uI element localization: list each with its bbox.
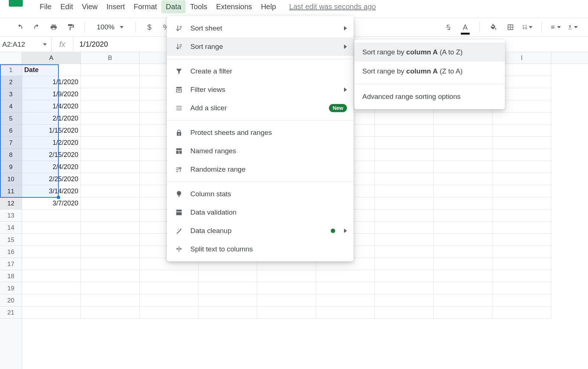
cell-C18[interactable]: [140, 270, 198, 282]
cell-A2[interactable]: 1/1/2020: [22, 76, 81, 88]
data-menu-filter-views[interactable]: Filter views: [167, 80, 354, 99]
cell-H11[interactable]: [434, 185, 492, 197]
cell-A14[interactable]: [22, 222, 81, 234]
cell-G20[interactable]: [375, 294, 434, 307]
cell-B16[interactable]: [81, 246, 140, 258]
cell-I20[interactable]: [492, 294, 551, 307]
cell-G21[interactable]: [375, 307, 434, 319]
cell-I10[interactable]: [492, 173, 551, 185]
cell-A16[interactable]: [22, 246, 81, 258]
cell-C21[interactable]: [140, 307, 198, 319]
fill-color-button[interactable]: [488, 22, 499, 32]
last-edit-link[interactable]: Last edit was seconds ago: [289, 3, 376, 11]
cell-I7[interactable]: [492, 137, 551, 149]
cell-D19[interactable]: [198, 282, 257, 294]
row-header-20[interactable]: 20: [0, 294, 22, 307]
cell-G6[interactable]: [375, 125, 434, 137]
row-header-14[interactable]: 14: [0, 222, 22, 234]
row-header-18[interactable]: 18: [0, 270, 22, 282]
paint-format-button[interactable]: [65, 22, 76, 32]
cell-G19[interactable]: [375, 282, 434, 294]
cell-H14[interactable]: [434, 222, 492, 234]
cell-H15[interactable]: [434, 234, 492, 246]
cell-H8[interactable]: [434, 149, 492, 161]
menu-edit[interactable]: Edit: [56, 0, 77, 13]
data-menu-column-stats[interactable]: Column stats: [167, 185, 354, 203]
merge-cells-button[interactable]: [522, 22, 533, 32]
cell-C19[interactable]: [140, 282, 198, 294]
data-menu-protect-sheets-and-ranges[interactable]: Protect sheets and ranges: [167, 123, 354, 142]
cell-I5[interactable]: [492, 112, 551, 125]
cell-G11[interactable]: [375, 185, 434, 197]
cell-D20[interactable]: [198, 294, 257, 307]
cell-B18[interactable]: [81, 270, 140, 282]
cell-A17[interactable]: [22, 258, 81, 270]
menu-tools[interactable]: Tools: [186, 0, 212, 13]
menu-data[interactable]: Data: [161, 0, 186, 13]
cell-F19[interactable]: [316, 282, 375, 294]
submenu-sort-atoz[interactable]: Sort range by column A (A to Z): [354, 43, 505, 62]
cell-B10[interactable]: [81, 173, 140, 185]
cell-H6[interactable]: [434, 125, 492, 137]
cell-G17[interactable]: [375, 258, 434, 270]
cell-G7[interactable]: [375, 137, 434, 149]
menu-insert[interactable]: Insert: [102, 0, 129, 13]
zoom-select[interactable]: 100%: [94, 23, 126, 31]
cell-A20[interactable]: [22, 294, 81, 307]
data-menu-randomize-range[interactable]: Randomize range: [167, 160, 354, 179]
cell-H7[interactable]: [434, 137, 492, 149]
cell-H13[interactable]: [434, 209, 492, 222]
redo-button[interactable]: [32, 22, 42, 32]
cell-I11[interactable]: [492, 185, 551, 197]
cell-G8[interactable]: [375, 149, 434, 161]
data-menu-sort-sheet[interactable]: Sort sheet: [167, 19, 354, 37]
cell-A1[interactable]: Date: [22, 64, 81, 76]
data-menu-add-a-slicer[interactable]: Add a slicerNew: [167, 99, 354, 117]
cell-G9[interactable]: [375, 161, 434, 173]
strikethrough-button[interactable]: [443, 22, 453, 32]
cell-H19[interactable]: [434, 282, 492, 294]
cell-A21[interactable]: [22, 307, 81, 319]
cell-B3[interactable]: [81, 88, 140, 100]
row-header-12[interactable]: 12: [0, 197, 22, 209]
cell-H18[interactable]: [434, 270, 492, 282]
cell-H5[interactable]: [434, 112, 492, 125]
row-header-2[interactable]: 2: [0, 76, 22, 88]
cell-E20[interactable]: [257, 294, 316, 307]
menu-file[interactable]: File: [35, 0, 56, 13]
row-header-21[interactable]: 21: [0, 307, 22, 319]
cell-I16[interactable]: [492, 246, 551, 258]
cell-A12[interactable]: 3/7/2020: [22, 197, 81, 209]
cell-I6[interactable]: [492, 125, 551, 137]
cell-C20[interactable]: [140, 294, 198, 307]
row-header-4[interactable]: 4: [0, 100, 22, 112]
cell-B6[interactable]: [81, 125, 140, 137]
cell-H9[interactable]: [434, 161, 492, 173]
cell-F21[interactable]: [316, 307, 375, 319]
select-all-corner[interactable]: [0, 52, 22, 64]
cell-I21[interactable]: [492, 307, 551, 319]
cell-B17[interactable]: [81, 258, 140, 270]
cell-G10[interactable]: [375, 173, 434, 185]
cell-B9[interactable]: [81, 161, 140, 173]
cell-B11[interactable]: [81, 185, 140, 197]
cell-H17[interactable]: [434, 258, 492, 270]
cell-G18[interactable]: [375, 270, 434, 282]
cell-I12[interactable]: [492, 197, 551, 209]
row-header-9[interactable]: 9: [0, 161, 22, 173]
cell-A7[interactable]: 1/2/2020: [22, 137, 81, 149]
cell-A11[interactable]: 3/14/2020: [22, 185, 81, 197]
row-header-8[interactable]: 8: [0, 149, 22, 161]
row-header-19[interactable]: 19: [0, 282, 22, 294]
row-header-13[interactable]: 13: [0, 209, 22, 222]
menu-view[interactable]: View: [78, 0, 102, 13]
cell-B8[interactable]: [81, 149, 140, 161]
cell-E18[interactable]: [257, 270, 316, 282]
menu-format[interactable]: Format: [129, 0, 161, 13]
cell-B21[interactable]: [81, 307, 140, 319]
submenu-advanced-range-sorting-options[interactable]: Advanced range sorting options: [354, 87, 505, 106]
cell-A13[interactable]: [22, 209, 81, 222]
undo-button[interactable]: [15, 22, 25, 32]
row-header-3[interactable]: 3: [0, 88, 22, 100]
print-button[interactable]: [49, 22, 59, 32]
